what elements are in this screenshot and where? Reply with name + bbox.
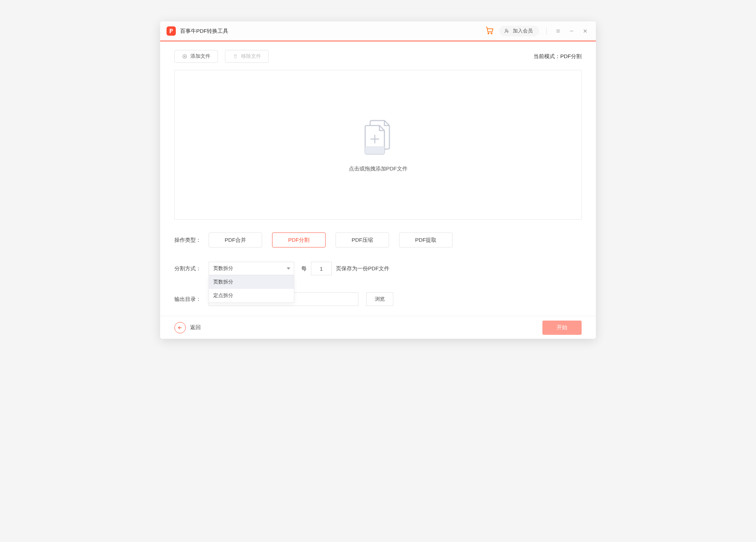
pages-per-file-input[interactable] bbox=[311, 262, 332, 275]
minimize-icon bbox=[569, 28, 574, 34]
file-dropzone[interactable]: 点击或拖拽添加PDF文件 bbox=[174, 70, 582, 220]
split-suffix-label: 页保存为一份PDF文件 bbox=[336, 265, 389, 272]
start-button[interactable]: 开始 bbox=[542, 321, 582, 335]
file-ops-row: 添加文件 移除文件 当前模式：PDF分割 bbox=[174, 50, 582, 63]
app-window: 百事牛PDF转换工具 加入会员 添加 bbox=[160, 21, 596, 339]
split-selected-value: 页数拆分 bbox=[213, 265, 233, 272]
close-icon bbox=[582, 28, 588, 34]
trash-icon bbox=[233, 53, 238, 59]
dropdown-option-fixed[interactable]: 定点拆分 bbox=[209, 289, 294, 302]
operation-type-row: 操作类型： PDF合并 PDF分割 PDF压缩 PDF提取 bbox=[174, 232, 582, 247]
titlebar-right: 加入会员 bbox=[485, 26, 589, 36]
body: 添加文件 移除文件 当前模式：PDF分割 bbox=[160, 41, 596, 306]
app-title: 百事牛PDF转换工具 bbox=[180, 28, 228, 35]
output-label: 输出目录： bbox=[174, 296, 209, 303]
svg-point-2 bbox=[505, 29, 507, 31]
split-label: 分割方式： bbox=[174, 265, 209, 272]
split-method-row: 分割方式： 页数拆分 页数拆分 定点拆分 每 页保存为一份PDF文件 bbox=[174, 262, 582, 275]
split-select-wrap: 页数拆分 页数拆分 定点拆分 bbox=[209, 262, 294, 275]
svg-rect-12 bbox=[365, 146, 384, 154]
operation-pdf-split[interactable]: PDF分割 bbox=[272, 232, 326, 247]
every-label: 每 bbox=[301, 265, 307, 272]
back-circle bbox=[174, 322, 186, 333]
app-logo bbox=[167, 26, 176, 36]
add-file-label: 添加文件 bbox=[190, 53, 210, 60]
join-member-button[interactable]: 加入会员 bbox=[499, 26, 539, 36]
browse-button[interactable]: 浏览 bbox=[366, 292, 393, 306]
dropzone-hint: 点击或拖拽添加PDF文件 bbox=[349, 165, 408, 172]
user-icon bbox=[504, 28, 510, 34]
back-button[interactable]: 返回 bbox=[174, 322, 201, 333]
operation-label: 操作类型： bbox=[174, 237, 209, 244]
logo-p-icon bbox=[168, 28, 174, 34]
back-label: 返回 bbox=[190, 324, 201, 331]
add-document-icon bbox=[360, 118, 396, 157]
titlebar: 百事牛PDF转换工具 加入会员 bbox=[160, 21, 596, 41]
operation-pdf-merge[interactable]: PDF合并 bbox=[209, 232, 262, 247]
chevron-down-icon bbox=[287, 267, 290, 270]
svg-point-0 bbox=[488, 33, 489, 34]
minimize-button[interactable] bbox=[567, 27, 576, 35]
cart-icon[interactable] bbox=[485, 26, 494, 36]
remove-file-button[interactable]: 移除文件 bbox=[225, 50, 269, 63]
dropdown-option-pages[interactable]: 页数拆分 bbox=[209, 275, 294, 289]
member-label: 加入会员 bbox=[513, 28, 533, 34]
current-mode-label: 当前模式：PDF分割 bbox=[533, 53, 582, 60]
plus-circle-icon bbox=[182, 53, 188, 59]
add-file-button[interactable]: 添加文件 bbox=[174, 50, 218, 63]
separator bbox=[546, 27, 547, 35]
remove-file-label: 移除文件 bbox=[241, 53, 261, 60]
svg-point-1 bbox=[491, 33, 492, 34]
arrow-left-icon bbox=[177, 325, 183, 331]
operation-pdf-compress[interactable]: PDF压缩 bbox=[336, 232, 389, 247]
footer: 返回 开始 bbox=[160, 316, 596, 339]
menu-button[interactable] bbox=[554, 27, 562, 35]
split-method-select[interactable]: 页数拆分 bbox=[209, 262, 294, 275]
split-params: 每 页保存为一份PDF文件 bbox=[301, 262, 389, 275]
operation-pdf-extract[interactable]: PDF提取 bbox=[399, 232, 453, 247]
hamburger-icon bbox=[555, 28, 561, 34]
close-button[interactable] bbox=[581, 27, 589, 35]
split-method-dropdown: 页数拆分 定点拆分 bbox=[209, 275, 294, 303]
